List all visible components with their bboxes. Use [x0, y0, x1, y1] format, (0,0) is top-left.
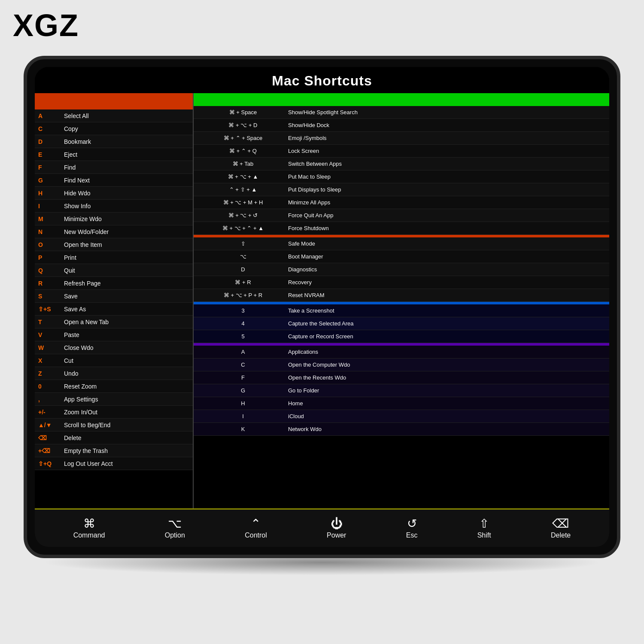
left-shortcut-row: T Open a New Tab: [35, 316, 193, 328]
right-finder-rows: A Applications C Open the Computer Wdo F…: [194, 346, 609, 436]
right-startup-row: D Diagnostics: [194, 263, 609, 276]
right-finder-row: C Open the Computer Wdo: [194, 358, 609, 371]
shortcut-key: X: [38, 357, 64, 364]
shortcut-desc: Open the Item: [64, 241, 102, 248]
legend-item: ⏻ Power: [327, 518, 346, 539]
shortcut-key: I: [38, 203, 64, 210]
shortcut-key: N: [38, 228, 64, 235]
rrow-desc: Emoji /Symbols: [288, 135, 327, 141]
right-screenshot-row: 5 Capture or Record Screen: [194, 330, 609, 343]
right-green-row: ⌘ + ⌥ + ▲ Put Mac to Sleep: [194, 170, 609, 183]
rrow-desc: Open the Recents Wdo: [288, 374, 346, 381]
shortcut-key: V: [38, 331, 64, 338]
rrow-key: ⌘ + Tab: [198, 161, 288, 167]
rrow-desc: Open the Computer Wdo: [288, 361, 350, 368]
left-shortcut-row: A Select All: [35, 109, 193, 122]
shortcut-desc: Minimize Wdo: [64, 216, 102, 222]
rrow-key: ⌃ + ⇧ + ▲: [198, 186, 288, 193]
shortcut-desc: Eject: [64, 151, 77, 158]
left-shortcut-row: C Copy: [35, 122, 193, 135]
shortcut-key: F: [38, 164, 64, 171]
shortcut-desc: Close Wdo: [64, 344, 93, 351]
rrow-key: H: [198, 400, 288, 407]
left-shortcut-row: W Close Wdo: [35, 341, 193, 354]
left-shortcut-row: 0 Reset Zoom: [35, 380, 193, 393]
right-finder-row: F Open the Recents Wdo: [194, 371, 609, 384]
left-shortcut-row: P Print: [35, 251, 193, 264]
legend-symbol: ↺: [407, 518, 417, 530]
left-shortcut-row: X Cut: [35, 354, 193, 367]
shortcut-desc: Show Info: [64, 203, 91, 210]
right-green-row: ⌃ + ⇧ + ▲ Put Displays to Sleep: [194, 183, 609, 196]
rrow-key: ⌘ + ⌥ + P + R: [198, 292, 288, 298]
left-shortcut-row: ▲/▼ Scroll to Beg/End: [35, 419, 193, 431]
rrow-desc: Go to Folder: [288, 387, 319, 394]
rrow-desc: Recovery: [288, 279, 312, 286]
rrow-key: ⌘ + Space: [198, 109, 288, 115]
shortcut-key: ▲/▼: [38, 422, 64, 428]
rrow-desc: Switch Between Apps: [288, 161, 342, 167]
rrow-key: G: [198, 387, 288, 394]
right-green-row: ⌘ + Tab Switch Between Apps: [194, 158, 609, 170]
right-green-row: ⌘ + ⌥ + ↺ Force Quit An App: [194, 209, 609, 222]
shortcut-key: +/-: [38, 409, 64, 416]
right-green-row: ⌘ + Space Show/Hide Spotlight Search: [194, 106, 609, 119]
left-rows: A Select All C Copy D Bookmark E Eject F…: [35, 109, 193, 470]
shortcut-desc: Refresh Page: [64, 280, 101, 287]
right-screenshot-rows: 3 Take a Screenshot 4 Capture the Select…: [194, 304, 609, 343]
shortcut-key: ⌫: [38, 434, 64, 441]
rrow-key: ⌘ + ⌥ + ▲: [198, 173, 288, 180]
legend-symbol: ⌥: [168, 518, 182, 530]
left-shortcut-row: O Open the Item: [35, 238, 193, 251]
shortcut-desc: Empty the Trash: [64, 447, 108, 454]
left-shortcut-row: D Bookmark: [35, 135, 193, 148]
shortcut-desc: Save As: [64, 306, 86, 313]
legend-symbol: ⌫: [552, 518, 569, 530]
shortcut-key: 0: [38, 383, 64, 390]
legend-label: Option: [165, 532, 185, 539]
rrow-desc: Home: [288, 400, 303, 407]
rrow-key: ⇧: [198, 240, 288, 247]
right-green-row: ⌘ + ⌥ + D Show/Hide Dock: [194, 119, 609, 132]
legend-symbol: ⌘: [83, 518, 95, 530]
legend-symbol: ⌃: [251, 518, 261, 530]
rrow-key: ⌘ + ⌃ + Space: [198, 135, 288, 141]
shortcut-desc: New Wdo/Folder: [64, 228, 109, 235]
shortcut-key: A: [38, 112, 64, 119]
rrow-desc: iCloud: [288, 413, 304, 419]
rrow-key: F: [198, 374, 288, 381]
bottom-legend: ⌘ Command ⌥ Option ⌃ Control ⏻ Power ↺ E…: [35, 508, 609, 547]
rrow-key: D: [198, 266, 288, 273]
legend-label: Shift: [477, 532, 491, 539]
left-shortcut-row: N New Wdo/Folder: [35, 225, 193, 238]
legend-item: ⌥ Option: [165, 518, 185, 539]
right-finder-row: G Go to Folder: [194, 384, 609, 397]
rrow-desc: Capture the Selected Area: [288, 320, 354, 327]
rrow-key: K: [198, 426, 288, 432]
legend-item: ⇧ Shift: [477, 518, 491, 539]
shortcut-key: H: [38, 190, 64, 197]
shortcut-desc: Cut: [64, 357, 73, 364]
shortcut-desc: Print: [64, 254, 76, 261]
legend-label: Control: [245, 532, 267, 539]
rrow-desc: Put Displays to Sleep: [288, 186, 341, 193]
rrow-desc: Capture or Record Screen: [288, 333, 353, 340]
right-green-row: ⌘ + ⌥ + M + H Minimze All Apps: [194, 196, 609, 209]
shortcut-key: S: [38, 293, 64, 300]
title-bar: Mac Shortcuts: [35, 67, 609, 93]
rrow-desc: Force Quit An App: [288, 212, 334, 219]
legend-item: ⌃ Control: [245, 518, 267, 539]
rrow-key: ⌘ + ⌥ + ↺: [198, 212, 288, 219]
left-shortcut-row: +⌫ Empty the Trash: [35, 444, 193, 457]
shortcut-key: Q: [38, 267, 64, 274]
legend-item: ⌫ Delete: [551, 518, 571, 539]
shortcut-desc: Scroll to Beg/End: [64, 422, 110, 428]
left-shortcut-row: ⇧+S Save As: [35, 303, 193, 316]
shortcut-desc: Log Out User Acct: [64, 460, 113, 467]
legend-item: ↺ Esc: [406, 518, 418, 539]
shortcut-key: C: [38, 125, 64, 132]
right-startup-row: ⌘ + R Recovery: [194, 276, 609, 289]
right-column: ⌘ + Space Show/Hide Spotlight Search ⌘ +…: [194, 93, 609, 508]
shortcut-key: M: [38, 216, 64, 222]
left-shortcut-row: V Paste: [35, 328, 193, 341]
